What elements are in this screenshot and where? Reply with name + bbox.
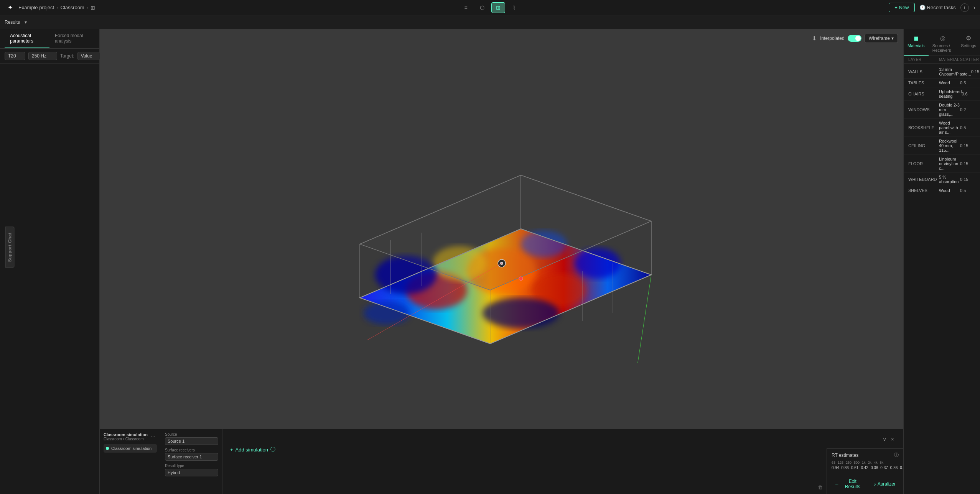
tab-map-icon[interactable]: ⊞ xyxy=(491,2,505,13)
auralizer-button[interactable]: ♪ Auralizer xyxy=(871,480,899,488)
sim-props-panel: Source Source 1 Surface receivers Surfac… xyxy=(161,429,222,494)
layer-chairs: CHAIRS xyxy=(908,92,939,96)
material-floor: Linoleum or vinyl on c... xyxy=(939,157,960,171)
tab-source-icon[interactable]: ⬡ xyxy=(475,2,489,13)
freq-4k: 4k xyxy=(874,461,878,464)
expand-button[interactable]: › xyxy=(973,4,975,11)
rt-estimates-panel: RT estimates ⓘ 63 125 250 500 1k 2k 4k 8… xyxy=(827,448,903,494)
add-sim-area: ∨ × + Add simulation ⓘ xyxy=(222,429,903,494)
sim-list-panel: Classroom simulation Classroom › Classro… xyxy=(100,429,161,494)
col-layer: LAYER xyxy=(908,57,939,62)
sources-icon: ◎ xyxy=(940,34,945,42)
mat-row-chairs[interactable]: CHAIRS Upholstered seating 0.6 xyxy=(904,87,980,101)
freq-8k: 8k xyxy=(880,461,884,464)
app-logo: ✦ xyxy=(5,2,15,13)
top-bar-center-tabs: ≡ ⬡ ⊞ ⌇ xyxy=(459,2,521,13)
mat-row-floor[interactable]: FLOOR Linoleum or vinyl on c... 0.15 xyxy=(904,155,980,173)
layer-whiteboard: WHITEBOARD xyxy=(908,177,939,182)
result-type-select[interactable]: Hybrid xyxy=(165,469,218,476)
layer-floor: FLOOR xyxy=(908,161,939,166)
tab-bar-icon[interactable]: ≡ xyxy=(459,2,473,13)
freq-500: 500 xyxy=(854,461,860,464)
material-bookshelf: Wood panel with air s... xyxy=(939,121,960,135)
new-button[interactable]: + New xyxy=(889,3,914,12)
right-panel: ◼ Materials ◎ Sources / Receivers ⚙ Sett… xyxy=(903,29,980,494)
freq-2k: 2k xyxy=(868,461,872,464)
breadcrumb-sep1: › xyxy=(56,5,58,10)
mat-row-walls[interactable]: WALLS 13 mm Gypsum/Plaste... 0.15 xyxy=(904,65,980,79)
breadcrumb-project[interactable]: Example project xyxy=(18,5,54,10)
materials-table-header: LAYER MATERIAL SCATTER xyxy=(904,56,980,64)
measure-select[interactable]: T20 T30 EDT xyxy=(5,52,25,60)
close-panel-button[interactable]: × xyxy=(889,435,896,443)
rt-info-icon[interactable]: ⓘ xyxy=(894,452,899,458)
top-bar: ✦ Example project › Classroom › ⊞ ≡ ⬡ ⊞ … xyxy=(0,0,980,15)
mat-row-shelves[interactable]: SHELVES Wood 0.5 xyxy=(904,186,980,195)
material-windows: Double 2-3 mm glass,... xyxy=(939,103,960,117)
breadcrumb-icon[interactable]: ⊞ xyxy=(91,5,95,11)
freq-63: 63 xyxy=(832,461,835,464)
scatter-walls: 0.15 xyxy=(971,69,980,74)
rt-title: RT estimates xyxy=(832,453,858,458)
surface-receivers-label: Surface receivers xyxy=(165,448,218,452)
rp-tab-settings[interactable]: ⚙ Settings xyxy=(957,32,980,56)
interpolated-toggle[interactable] xyxy=(848,35,861,42)
svg-point-21 xyxy=(519,277,523,281)
support-chat-tab[interactable]: Support Chat xyxy=(5,226,14,268)
settings-icon: ⚙ xyxy=(966,34,971,42)
freq-250: 250 xyxy=(846,461,852,464)
download-button[interactable]: ⬇ xyxy=(812,35,817,42)
mat-row-ceiling[interactable]: CEILING Rockwool 40 mm, 115... 0.15 xyxy=(904,137,980,155)
freq-select[interactable]: 250 Hz 500 Hz 1000 Hz xyxy=(28,52,57,60)
mat-row-bookshelf[interactable]: BOOKSHELF Wood panel with air s... 0.5 xyxy=(904,119,980,137)
top-bar-right: + New 🕐 Recent tasks i › xyxy=(889,3,975,12)
layer-tables: TABLES xyxy=(908,80,939,85)
add-simulation-button[interactable]: + Add simulation ⓘ xyxy=(230,446,896,453)
val-125: 0.86 xyxy=(841,466,848,470)
svg-point-7 xyxy=(483,298,559,328)
freq-125: 125 xyxy=(838,461,843,464)
surface-receivers-select[interactable]: Surface receiver 1 xyxy=(165,453,218,461)
val-2k: 0.37 xyxy=(880,466,888,470)
sim-list-title: Classroom simulation xyxy=(104,432,148,437)
scatter-chairs: 0.6 xyxy=(962,92,977,96)
recent-tasks-button[interactable]: 🕐 Recent tasks xyxy=(919,5,956,10)
val-8k: 0.37 xyxy=(900,466,903,470)
clock-icon: 🕐 xyxy=(919,5,926,10)
rp-tab-materials[interactable]: ◼ Materials xyxy=(904,32,929,56)
mat-row-windows[interactable]: WINDOWS Double 2-3 mm glass,... 0.2 xyxy=(904,101,980,119)
breadcrumb-room[interactable]: Classroom xyxy=(61,5,84,10)
val-250: 0.61 xyxy=(851,466,858,470)
wireframe-button[interactable]: Wireframe ▾ xyxy=(865,34,898,43)
scatter-tables: 0.5 xyxy=(960,80,975,85)
source-select[interactable]: Source 1 xyxy=(165,437,218,445)
sim-item-name: Classroom simulation xyxy=(111,446,152,451)
rp-tab-sources[interactable]: ◎ Sources / Receivers xyxy=(929,32,957,56)
exit-results-button[interactable]: ← Exit Results xyxy=(832,477,868,491)
mat-row-tables[interactable]: TABLES Wood 0.5 xyxy=(904,79,980,87)
results-dropdown-icon[interactable]: ▾ xyxy=(25,20,27,25)
exit-icon: ← xyxy=(835,481,839,487)
auralizer-icon: ♪ xyxy=(874,481,876,487)
info-button[interactable]: i xyxy=(960,3,969,12)
layer-walls: WALLS xyxy=(908,69,939,74)
room-3d-view xyxy=(329,152,674,363)
main-layout: Acoustical parameters Forced modal analy… xyxy=(0,29,980,494)
params-bar: T20 T30 EDT 250 Hz 500 Hz 1000 Hz Target… xyxy=(0,49,99,64)
delete-sim-button[interactable]: 🗑 xyxy=(818,484,823,490)
tab-acoustical[interactable]: Acoustical parameters xyxy=(5,29,49,48)
interpolated-label: Interpolated xyxy=(820,36,844,41)
target-select[interactable]: Value xyxy=(77,52,100,60)
scatter-shelves: 0.5 xyxy=(960,188,975,193)
val-500: 0.42 xyxy=(861,466,868,470)
tab-modal[interactable]: Forced modal analysis xyxy=(49,29,95,48)
sim-item[interactable]: Classroom simulation xyxy=(104,444,157,453)
collapse-button[interactable]: ∨ xyxy=(881,435,888,443)
panel-tabs: Acoustical parameters Forced modal analy… xyxy=(0,29,99,49)
sim-options-button[interactable]: ⋯ xyxy=(149,433,157,440)
tab-graph-icon[interactable]: ⌇ xyxy=(507,2,521,13)
freq-1k: 1k xyxy=(862,461,866,464)
left-panel: Acoustical parameters Forced modal analy… xyxy=(0,29,100,494)
mat-row-whiteboard[interactable]: WHITEBOARD 5 % absorption 0.15 xyxy=(904,173,980,186)
materials-table: WALLS 13 mm Gypsum/Plaste... 0.15 TABLES… xyxy=(904,64,980,494)
